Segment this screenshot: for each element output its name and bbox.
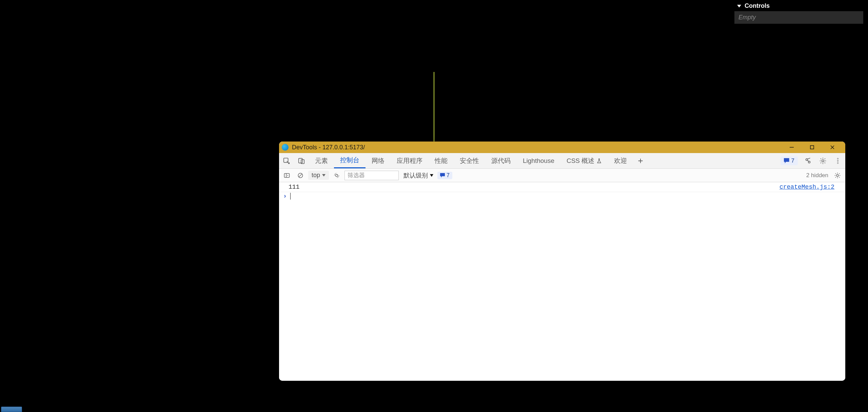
live-expression-icon[interactable]: [331, 171, 342, 180]
tab-network[interactable]: 网络: [366, 153, 391, 168]
controls-header[interactable]: Controls: [734, 1, 863, 11]
devtools-tabstrip: 元素 控制台 网络 应用程序 性能 安全性 源代码 Lighthouse CSS…: [279, 153, 845, 169]
console-log-source-link[interactable]: createMesh.js:2: [780, 184, 834, 190]
controls-empty-label: Empty: [734, 11, 863, 24]
more-menu-icon[interactable]: [830, 157, 845, 165]
issues-count: 7: [791, 157, 794, 164]
console-prompt[interactable]: ›: [279, 192, 845, 200]
svg-point-12: [837, 158, 838, 159]
svg-point-14: [837, 162, 838, 163]
text-cursor: [290, 193, 291, 200]
tab-application-label: 应用程序: [397, 156, 422, 165]
console-settings-icon[interactable]: [832, 171, 843, 180]
window-close-button[interactable]: [822, 142, 843, 153]
svg-point-20: [836, 174, 839, 176]
device-toolbar-icon[interactable]: [294, 153, 309, 168]
tab-sources[interactable]: 源代码: [485, 153, 517, 168]
more-tabs-button[interactable]: [633, 153, 648, 168]
tab-security-label: 安全性: [460, 156, 479, 165]
tab-css-overview[interactable]: CSS 概述: [560, 153, 608, 168]
chat-icon: [440, 173, 445, 178]
execution-context-label: top: [312, 172, 320, 179]
settings-icon[interactable]: [815, 157, 830, 165]
tab-css-overview-label: CSS 概述: [567, 156, 594, 165]
chat-icon: [784, 158, 789, 164]
scene-axis-line: [434, 72, 434, 145]
tab-lighthouse[interactable]: Lighthouse: [517, 153, 560, 168]
clear-console-icon[interactable]: [295, 171, 306, 180]
svg-point-19: [336, 174, 338, 176]
svg-point-9: [806, 158, 808, 161]
tab-elements-label: 元素: [315, 156, 328, 165]
chevron-right-icon: ›: [283, 193, 287, 200]
svg-rect-1: [810, 146, 814, 149]
sidebar-toggle-icon[interactable]: [281, 171, 293, 180]
svg-point-11: [822, 160, 824, 162]
log-level-select[interactable]: 默认级别: [403, 171, 433, 180]
inspect-element-icon[interactable]: [279, 153, 294, 168]
devtools-title: DevTools - 127.0.0.1:5173/: [292, 144, 365, 151]
console-toolbar: top 默认级别 7 2 hidden: [279, 169, 845, 182]
flask-icon: [596, 158, 602, 164]
chevron-down-icon: [430, 174, 433, 177]
tab-lighthouse-label: Lighthouse: [523, 157, 554, 165]
execution-context-select[interactable]: top: [308, 171, 329, 180]
controls-title: Controls: [745, 2, 770, 10]
svg-point-13: [837, 160, 838, 161]
window-minimize-button[interactable]: [782, 142, 802, 153]
console-issues-count: 7: [447, 172, 450, 179]
console-filter-input[interactable]: [344, 171, 399, 180]
svg-rect-15: [284, 173, 290, 177]
tab-welcome[interactable]: 欢迎: [608, 153, 633, 168]
tab-welcome-label: 欢迎: [614, 156, 627, 165]
tab-security[interactable]: 安全性: [454, 153, 485, 168]
tab-application[interactable]: 应用程序: [391, 153, 429, 168]
tab-elements[interactable]: 元素: [309, 153, 334, 168]
issues-indicator[interactable]: 7: [781, 156, 798, 165]
log-level-label: 默认级别: [403, 171, 428, 180]
tab-performance[interactable]: 性能: [429, 153, 454, 168]
console-log-message: 111: [289, 184, 780, 190]
chevron-down-icon: [737, 5, 741, 7]
svg-rect-5: [299, 158, 302, 163]
console-output[interactable]: 111 createMesh.js:2 ›: [279, 182, 845, 381]
controls-panel: Controls Empty: [734, 1, 863, 24]
hidden-messages-label[interactable]: 2 hidden: [806, 172, 828, 179]
feedback-icon[interactable]: [801, 157, 815, 165]
tab-network-label: 网络: [372, 156, 384, 165]
console-log-row[interactable]: 111 createMesh.js:2: [279, 182, 845, 192]
devtools-titlebar[interactable]: DevTools - 127.0.0.1:5173/: [279, 142, 845, 153]
svg-line-18: [299, 174, 302, 177]
tab-performance-label: 性能: [435, 156, 448, 165]
tab-sources-label: 源代码: [491, 156, 511, 165]
taskbar-thumbnail[interactable]: [1, 407, 22, 412]
tab-console[interactable]: 控制台: [334, 153, 366, 168]
edge-icon: [282, 144, 289, 151]
console-issues-pill[interactable]: 7: [437, 172, 452, 179]
chevron-down-icon: [322, 174, 326, 176]
devtools-window: DevTools - 127.0.0.1:5173/ 元素 控制台 网络 应用程…: [279, 142, 845, 381]
tab-console-label: 控制台: [340, 156, 359, 165]
window-maximize-button[interactable]: [802, 142, 822, 153]
